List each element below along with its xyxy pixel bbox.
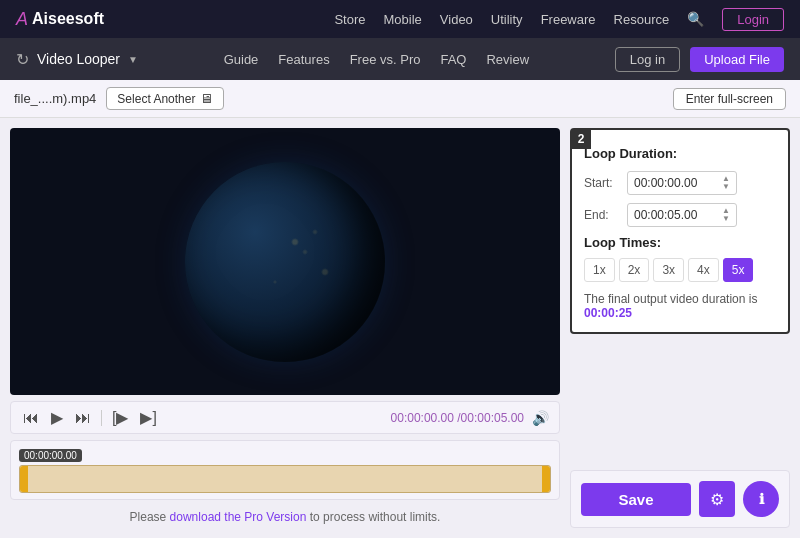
info-button[interactable]: ℹ [743, 481, 779, 517]
play-button[interactable]: ▶ [49, 406, 65, 429]
top-nav: A Aiseesoft Store Mobile Video Utility F… [0, 0, 800, 38]
second-nav-links: Guide Features Free vs. Pro FAQ Review [224, 52, 529, 67]
mark-in-button[interactable]: [▶ [110, 406, 130, 429]
earth-lights [185, 162, 385, 362]
start-field-row: Start: 00:00:00.00 ▲ ▼ [584, 171, 776, 195]
settings-button[interactable]: ⚙ [699, 481, 735, 517]
loop-times-title: Loop Times: [584, 235, 776, 250]
nav-store[interactable]: Store [334, 12, 365, 27]
loop-2x-button[interactable]: 2x [619, 258, 650, 282]
loop-1x-button[interactable]: 1x [584, 258, 615, 282]
loop-5x-button[interactable]: 5x [723, 258, 754, 282]
plus-icon: ℹ [759, 491, 764, 507]
end-spinners[interactable]: ▲ ▼ [722, 207, 730, 223]
output-duration-text: The final output video duration is 00:00… [584, 292, 776, 320]
nav-features[interactable]: Features [278, 52, 329, 67]
nav-video[interactable]: Video [440, 12, 473, 27]
loop-icon: ↻ [16, 50, 29, 69]
nav-review[interactable]: Review [486, 52, 529, 67]
main-content: ⏮ ▶ ⏭ [▶ ▶] 00:00:00.00 /00:00:05.00 🔊 0… [0, 118, 800, 538]
loop-duration-title: Loop Duration: [584, 146, 776, 161]
controls-row: ⏮ ▶ ⏭ [▶ ▶] 00:00:00.00 /00:00:05.00 🔊 [10, 401, 560, 434]
loop-4x-button[interactable]: 4x [688, 258, 719, 282]
pro-version-link[interactable]: download the Pro Version [170, 510, 307, 524]
search-icon[interactable]: 🔍 [687, 11, 704, 27]
top-nav-links: Store Mobile Video Utility Freeware Reso… [334, 8, 784, 31]
left-panel: ⏮ ▶ ⏭ [▶ ▶] 00:00:00.00 /00:00:05.00 🔊 0… [10, 128, 560, 528]
upload-file-button[interactable]: Upload File [690, 47, 784, 72]
mark-out-button[interactable]: ▶] [138, 406, 158, 429]
volume-icon[interactable]: 🔊 [532, 410, 549, 426]
end-label: End: [584, 208, 619, 222]
fullscreen-button[interactable]: Enter full-screen [673, 88, 786, 110]
gear-icon: ⚙ [710, 490, 724, 509]
timeline-handle-left[interactable] [20, 466, 28, 492]
nav-utility[interactable]: Utility [491, 12, 523, 27]
monitor-icon: 🖥 [200, 91, 213, 106]
toolbar-row: file_....m).mp4 Select Another 🖥 Enter f… [0, 80, 800, 118]
timeline-time-label: 00:00:00.00 [19, 449, 82, 462]
chevron-down-icon[interactable]: ▼ [128, 54, 138, 65]
start-label: Start: [584, 176, 619, 190]
nav-guide[interactable]: Guide [224, 52, 259, 67]
select-another-label: Select Another [117, 92, 195, 106]
loop-3x-button[interactable]: 3x [653, 258, 684, 282]
start-time-value: 00:00:00.00 [634, 176, 697, 190]
second-nav: ↻ Video Looper ▼ Guide Features Free vs.… [0, 38, 800, 80]
second-nav-right: Log in Upload File [615, 47, 784, 72]
file-name: file_....m).mp4 [14, 91, 96, 106]
loop-settings-box: 2 Loop Duration: Start: 00:00:00.00 ▲ ▼ … [570, 128, 790, 334]
nav-resource[interactable]: Resource [614, 12, 670, 27]
nav-free-vs-pro[interactable]: Free vs. Pro [350, 52, 421, 67]
box-number: 2 [571, 129, 591, 149]
nav-faq[interactable]: FAQ [440, 52, 466, 67]
select-another-button[interactable]: Select Another 🖥 [106, 87, 224, 110]
logo-text: Aiseesoft [32, 10, 104, 28]
timeline-area: 00:00:00.00 [10, 440, 560, 500]
end-time-value: 00:00:05.00 [634, 208, 697, 222]
logo: A Aiseesoft [16, 9, 104, 30]
save-area: Save ⚙ ℹ [570, 470, 790, 528]
skip-back-button[interactable]: ⏮ [21, 407, 41, 429]
timeline-handle-right[interactable] [542, 466, 550, 492]
nav-mobile[interactable]: Mobile [384, 12, 422, 27]
app-title: Video Looper [37, 51, 120, 67]
loop-times-row: 1x 2x 3x 4x 5x [584, 258, 776, 282]
controls-left: ⏮ ▶ ⏭ [▶ ▶] [21, 406, 159, 429]
nav-freeware[interactable]: Freeware [541, 12, 596, 27]
timeline-track[interactable] [19, 465, 551, 493]
time-display: 00:00:00.00 /00:00:05.00 [391, 411, 524, 425]
right-panel: 2 Loop Duration: Start: 00:00:00.00 ▲ ▼ … [570, 128, 790, 528]
save-button[interactable]: Save [581, 483, 691, 516]
end-time-input[interactable]: 00:00:05.00 ▲ ▼ [627, 203, 737, 227]
video-container [10, 128, 560, 395]
divider [101, 410, 102, 426]
start-time-input[interactable]: 00:00:00.00 ▲ ▼ [627, 171, 737, 195]
login-button[interactable]: Log in [615, 47, 680, 72]
output-duration-value: 00:00:25 [584, 306, 632, 320]
video-preview [185, 162, 385, 362]
start-spinners[interactable]: ▲ ▼ [722, 175, 730, 191]
skip-forward-button[interactable]: ⏭ [73, 407, 93, 429]
pro-notice: Please download the Pro Version to proce… [10, 506, 560, 528]
end-field-row: End: 00:00:05.00 ▲ ▼ [584, 203, 776, 227]
toolbar-left: file_....m).mp4 Select Another 🖥 [14, 87, 224, 110]
second-nav-left: ↻ Video Looper ▼ [16, 50, 138, 69]
time-display-area: 00:00:00.00 /00:00:05.00 🔊 [391, 410, 549, 426]
top-login-button[interactable]: Login [722, 8, 784, 31]
